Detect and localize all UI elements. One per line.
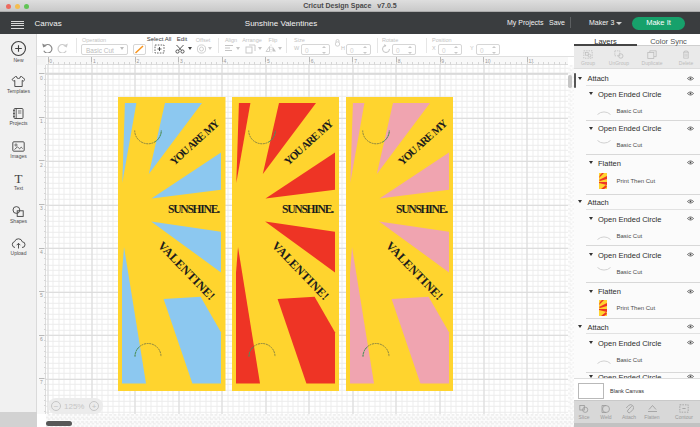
svg-text:SUNSHINE.: SUNSHINE. — [282, 203, 334, 215]
svg-text:SUNSHINE.: SUNSHINE. — [396, 203, 448, 215]
svg-text:SUNSHINE.: SUNSHINE. — [168, 203, 220, 215]
svg-text:T: T — [15, 172, 23, 185]
